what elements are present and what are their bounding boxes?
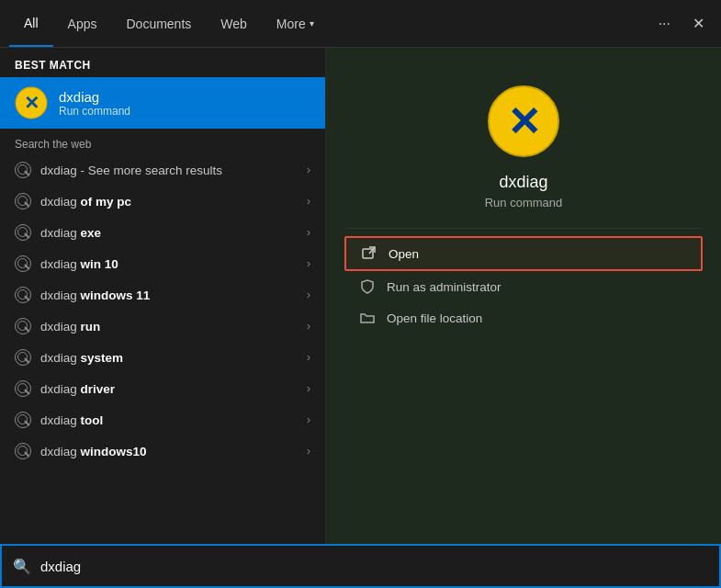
search-icon — [15, 287, 31, 303]
best-match-name: dxdiag — [59, 89, 130, 105]
list-item[interactable]: dxdiag driver › — [0, 373, 325, 404]
search-icon — [15, 162, 31, 178]
search-icon — [15, 193, 31, 209]
tab-apps[interactable]: Apps — [53, 0, 112, 47]
open-location-label: Open file location — [387, 311, 482, 325]
app-name-large: dxdiag — [499, 173, 547, 192]
tab-all-label: All — [24, 16, 39, 30]
search-icon — [15, 224, 31, 241]
list-item[interactable]: dxdiag win 10 › — [0, 248, 325, 279]
item-text: dxdiag - See more search results — [40, 164, 222, 177]
right-panel: ✕ dxdiag Run command Open — [326, 48, 721, 544]
shield-icon — [359, 278, 376, 295]
list-item[interactable]: dxdiag system › — [0, 342, 325, 373]
open-button[interactable]: Open — [344, 236, 703, 271]
tab-more[interactable]: More ▾ — [262, 0, 329, 47]
web-section-label: Search the web — [0, 129, 325, 154]
item-text: dxdiag system — [40, 351, 123, 365]
list-item[interactable]: dxdiag windows10 › — [0, 435, 325, 467]
search-icon — [15, 349, 31, 366]
search-bar-icon: 🔍 — [13, 558, 31, 575]
dxdiag-icon-small: ✕ — [15, 86, 48, 119]
list-item[interactable]: dxdiag exe › — [0, 217, 325, 248]
tab-documents-label: Documents — [126, 17, 191, 31]
open-icon — [361, 245, 377, 262]
chevron-right-icon: › — [307, 288, 310, 301]
search-icon — [15, 255, 31, 272]
svg-line-5 — [369, 247, 375, 254]
search-icon — [15, 318, 31, 334]
chevron-down-icon: ▾ — [310, 18, 314, 28]
tab-web[interactable]: Web — [206, 0, 262, 47]
tab-apps-label: Apps — [68, 17, 97, 31]
item-text: dxdiag win 10 — [40, 257, 118, 271]
svg-text:✕: ✕ — [24, 93, 39, 113]
divider — [344, 228, 703, 229]
tab-web-label: Web — [220, 17, 247, 31]
search-icon — [15, 443, 31, 459]
tab-all[interactable]: All — [9, 0, 53, 47]
item-text: dxdiag driver — [40, 382, 115, 396]
list-item[interactable]: dxdiag - See more search results › — [0, 154, 325, 186]
best-match-text: dxdiag Run command — [59, 89, 130, 118]
list-item[interactable]: dxdiag tool › — [0, 404, 325, 435]
run-admin-label: Run as administrator — [387, 280, 501, 294]
more-options-button[interactable]: ··· — [651, 12, 678, 36]
run-as-admin-button[interactable]: Run as administrator — [344, 271, 703, 302]
search-icon — [15, 412, 31, 428]
item-text: dxdiag run — [40, 320, 100, 334]
search-input[interactable] — [40, 559, 708, 574]
nav-controls: ··· ✕ — [651, 11, 712, 36]
tab-more-label: More — [276, 17, 306, 31]
main-content: Best match ✕ dxdiag Run command Search t… — [0, 48, 721, 544]
search-window: All Apps Documents Web More ▾ ··· ✕ Best… — [0, 0, 721, 588]
chevron-right-icon: › — [307, 445, 310, 458]
chevron-right-icon: › — [307, 382, 310, 395]
list-item[interactable]: dxdiag windows 11 › — [0, 279, 325, 311]
open-label: Open — [389, 247, 419, 261]
list-item[interactable]: dxdiag run › — [0, 311, 325, 342]
top-nav: All Apps Documents Web More ▾ ··· ✕ — [0, 0, 721, 48]
nav-tabs: All Apps Documents Web More ▾ — [9, 0, 329, 47]
item-text: dxdiag tool — [40, 413, 103, 427]
chevron-right-icon: › — [307, 257, 310, 270]
search-bar: 🔍 — [0, 544, 721, 588]
chevron-right-icon: › — [307, 351, 310, 364]
best-match-label: Best match — [0, 48, 325, 77]
item-text: dxdiag of my pc — [40, 195, 131, 209]
dxdiag-icon-large: ✕ — [487, 85, 560, 158]
chevron-right-icon: › — [307, 164, 310, 176]
left-panel: Best match ✕ dxdiag Run command Search t… — [0, 48, 326, 544]
list-item[interactable]: dxdiag of my pc › — [0, 186, 325, 217]
item-text: dxdiag windows 11 — [40, 288, 150, 302]
tab-documents[interactable]: Documents — [111, 0, 206, 47]
context-menu: Open Run as administrator — [344, 236, 703, 334]
folder-icon — [359, 310, 376, 326]
search-icon — [15, 380, 31, 397]
open-location-button[interactable]: Open file location — [344, 302, 703, 334]
chevron-right-icon: › — [307, 195, 310, 208]
chevron-right-icon: › — [307, 413, 310, 426]
close-button[interactable]: ✕ — [685, 11, 712, 36]
best-match-subtitle: Run command — [59, 105, 130, 118]
best-match-item[interactable]: ✕ dxdiag Run command — [0, 77, 325, 129]
chevron-right-icon: › — [307, 320, 310, 333]
svg-text:✕: ✕ — [507, 99, 541, 144]
item-text: dxdiag windows10 — [40, 445, 147, 458]
item-text: dxdiag exe — [40, 226, 101, 240]
app-type-large: Run command — [485, 196, 563, 209]
chevron-right-icon: › — [307, 226, 310, 239]
